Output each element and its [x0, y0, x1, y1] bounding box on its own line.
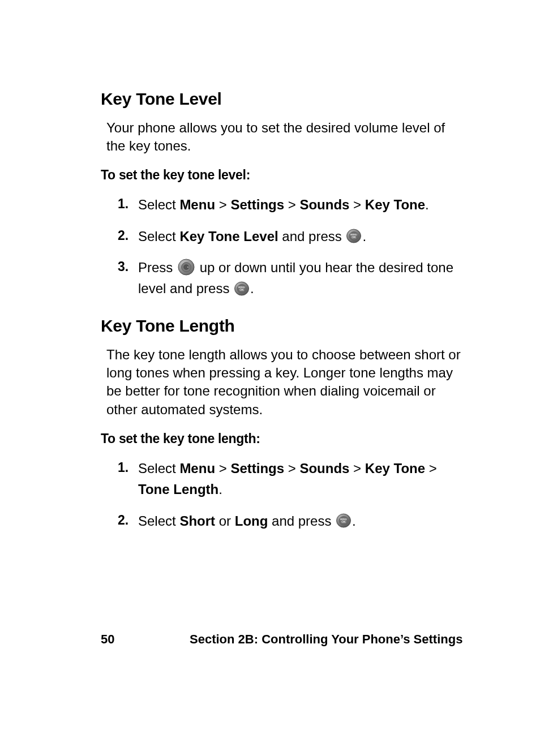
menu-label: Tone Length: [138, 482, 218, 497]
step-text: .: [362, 229, 366, 244]
list-item: 1. Select Menu > Settings > Sounds > Key…: [118, 458, 464, 500]
step-text: .: [250, 281, 254, 296]
step-number: 2.: [118, 510, 128, 531]
separator: >: [425, 461, 437, 476]
heading-key-tone-length: Key Tone Length: [101, 315, 464, 338]
step-text: .: [352, 513, 356, 529]
svg-point-7: [187, 267, 188, 268]
intro-key-tone-length: The key tone length allows you to choose…: [106, 346, 464, 419]
step-text: .: [218, 482, 222, 497]
steps-key-tone-level: 1. Select Menu > Settings > Sounds > Key…: [101, 194, 464, 299]
step-text: Press: [138, 260, 177, 275]
menu-label: Key Tone: [365, 461, 425, 476]
menu-label: Menu: [179, 197, 215, 212]
menu-label: Settings: [230, 461, 284, 476]
svg-text:OK: OK: [341, 520, 346, 523]
step-text: Select: [138, 461, 179, 476]
svg-text:OK: OK: [239, 288, 244, 291]
separator: >: [215, 197, 230, 212]
footer-section-label: Section 2B: Controlling Your Phone’s Set…: [190, 631, 462, 648]
menu-label: Sounds: [299, 197, 349, 212]
step-text: Select: [138, 197, 179, 212]
leadin-key-tone-level: To set the key tone level:: [101, 166, 464, 184]
nav-button-icon: [178, 259, 195, 276]
separator: >: [215, 461, 230, 476]
menu-ok-button-icon: MENU OK: [234, 281, 249, 296]
separator: >: [349, 197, 365, 212]
step-text: .: [425, 197, 429, 212]
list-item: 2. Select Key Tone Level and press MENU …: [118, 226, 464, 247]
menu-label: Key Tone: [365, 197, 425, 212]
step-number: 3.: [118, 257, 128, 277]
option-label: Short: [179, 513, 215, 529]
list-item: 1. Select Menu > Settings > Sounds > Key…: [118, 194, 464, 215]
menu-ok-button-icon: MENU OK: [336, 513, 351, 528]
separator: >: [284, 461, 299, 476]
manual-page: Key Tone Level Your phone allows you to …: [0, 0, 540, 756]
menu-label: Settings: [230, 197, 284, 212]
option-label: Long: [235, 513, 268, 529]
leadin-key-tone-length: To set the key tone length:: [101, 430, 464, 448]
step-text: or: [215, 513, 235, 529]
list-item: 3. Press up or down until you hear the d…: [118, 257, 464, 299]
step-number: 1.: [118, 458, 128, 478]
menu-label: Sounds: [299, 461, 349, 476]
menu-label: Key Tone Level: [179, 229, 278, 244]
svg-text:OK: OK: [352, 235, 357, 239]
step-number: 1.: [118, 194, 128, 214]
list-item: 2. Select Short or Long and press MENU O…: [118, 510, 464, 531]
step-text: Select: [138, 513, 179, 529]
menu-label: Menu: [179, 461, 215, 476]
menu-ok-button-icon: MENU OK: [346, 229, 361, 243]
step-text: Select: [138, 229, 179, 244]
separator: >: [349, 461, 365, 476]
step-text: and press: [268, 513, 335, 529]
separator: >: [284, 197, 299, 212]
step-number: 2.: [118, 226, 128, 246]
heading-key-tone-level: Key Tone Level: [101, 88, 464, 111]
step-text: and press: [278, 229, 346, 244]
steps-key-tone-length: 1. Select Menu > Settings > Sounds > Key…: [101, 458, 464, 531]
page-number: 50: [101, 631, 114, 648]
intro-key-tone-level: Your phone allows you to set the desired…: [106, 119, 464, 156]
